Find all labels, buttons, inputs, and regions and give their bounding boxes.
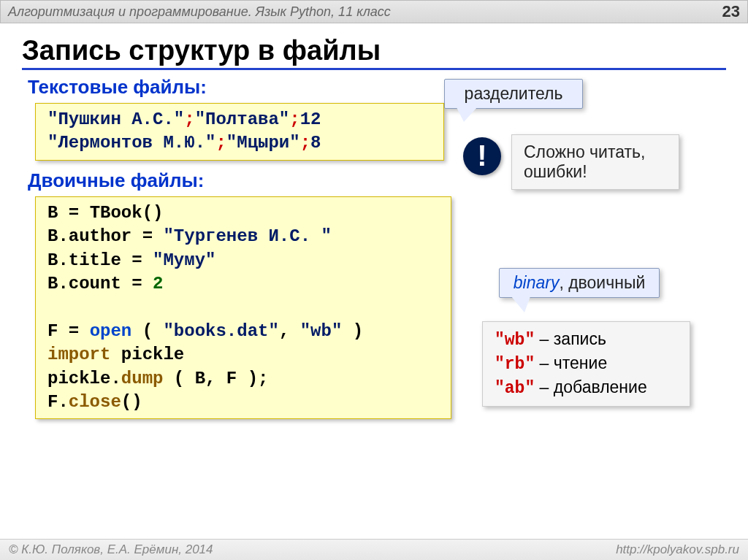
- mode-desc: – добавление: [535, 377, 646, 396]
- code-binary-example: B = TBook() B.author = "Тургенев И.С. " …: [35, 196, 451, 420]
- code-text: "Полтава": [195, 110, 290, 129]
- warning-note: Сложно читать, ошибки!: [511, 134, 679, 190]
- code-text: pickle.: [47, 369, 121, 388]
- code-text: "Пушкин А.С.": [47, 110, 184, 129]
- code-text: =: [131, 250, 142, 270]
- callout-binary-word: binary: [514, 273, 560, 292]
- code-text: "books.dat": [163, 321, 278, 341]
- code-text: ): [342, 321, 363, 341]
- code-text: (: [142, 321, 164, 341]
- callout-binary-rest: , двоичный: [559, 273, 645, 292]
- code-text: dump: [121, 369, 164, 388]
- code-text: ;: [215, 133, 226, 153]
- slide-title: Запись структур в файлы: [22, 35, 726, 70]
- code-text: B.title: [47, 250, 121, 270]
- mode-row: "rb" – чтение: [495, 352, 678, 376]
- code-text: B.author: [47, 226, 131, 246]
- code-text: "Тургенев И.С. ": [163, 226, 331, 246]
- warning-text: Сложно читать, ошибки!: [524, 142, 645, 181]
- page-number: 23: [722, 2, 740, 21]
- code-text: F.: [47, 392, 69, 412]
- code-text: 8: [310, 133, 321, 153]
- code-text: =: [131, 274, 142, 294]
- mode-desc: – чтение: [535, 353, 607, 372]
- footer-copyright: © К.Ю. Поляков, Е.А. Ерёмин, 2014: [9, 542, 213, 557]
- code-text: ;: [184, 110, 194, 129]
- header-bar: Алгоритмизация и программирование. Язык …: [0, 0, 748, 23]
- code-text: ;: [289, 110, 299, 129]
- code-text: =: [69, 203, 79, 223]
- warning-badge: !: [463, 137, 501, 175]
- code-text: ,: [279, 321, 300, 341]
- callout-tail-icon: [457, 107, 477, 122]
- code-text: 2: [153, 274, 163, 294]
- footer-url: http://kpolyakov.spb.ru: [616, 542, 739, 557]
- code-text: B.count: [47, 274, 121, 294]
- code-text: B: [47, 203, 58, 223]
- code-text: "Муму": [153, 250, 215, 270]
- mode-row: "ab" – добавление: [495, 376, 678, 400]
- file-modes-box: "wb" – запись "rb" – чтение "ab" – добав…: [482, 321, 690, 407]
- code-text: pickle: [110, 345, 184, 364]
- course-title: Алгоритмизация и программирование. Язык …: [8, 4, 391, 20]
- mode-desc: – запись: [535, 329, 606, 348]
- code-text: (): [121, 392, 142, 412]
- code-text: ;: [300, 133, 310, 153]
- mode-code: "rb": [495, 355, 535, 374]
- code-text: "Лермонтов М.Ю.": [47, 133, 215, 153]
- callout-separator: разделитель: [444, 79, 583, 109]
- mode-row: "wb" – запись: [495, 328, 678, 352]
- code-text: "Мцыри": [226, 133, 300, 153]
- callout-tail-icon: [511, 296, 530, 312]
- code-text: "wb": [300, 321, 343, 341]
- code-text: F: [47, 321, 58, 341]
- mode-code: "ab": [495, 379, 535, 398]
- section-textfiles: Текстовые файлы:: [28, 76, 726, 99]
- callout-binary: binary, двоичный: [499, 268, 660, 298]
- code-text: open: [90, 321, 132, 341]
- mode-code: "wb": [495, 331, 535, 350]
- footer-bar: © К.Ю. Поляков, Е.А. Ерёмин, 2014 http:/…: [0, 539, 748, 560]
- code-text: TBook(): [90, 203, 164, 223]
- code-text: close: [69, 392, 121, 412]
- code-textfile-example: "Пушкин А.С.";"Полтава";12 "Лермонтов М.…: [35, 103, 444, 161]
- code-text: 12: [300, 110, 321, 129]
- code-text: import: [47, 345, 110, 364]
- code-text: =: [69, 321, 79, 341]
- code-text: =: [142, 226, 153, 246]
- code-text: ( B, F );: [174, 369, 269, 388]
